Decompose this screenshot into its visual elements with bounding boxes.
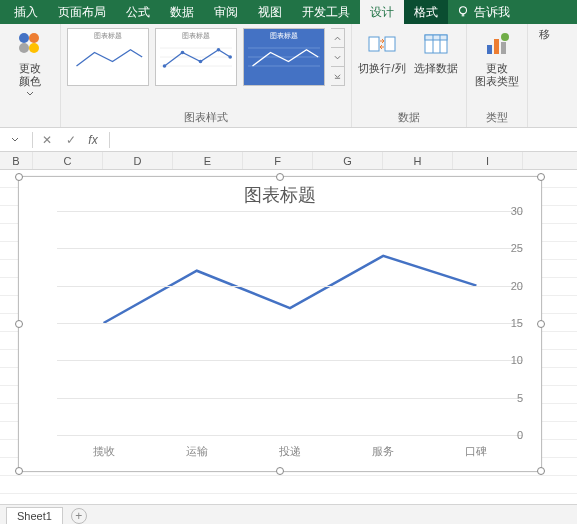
group-label: [28, 109, 31, 125]
gallery-prev[interactable]: [331, 29, 344, 48]
group-type: 更改 图表类型 类型: [467, 24, 528, 127]
tab-format[interactable]: 格式: [404, 0, 448, 24]
col-header[interactable]: C: [33, 152, 103, 169]
resize-handle[interactable]: [276, 467, 284, 475]
gridline: [57, 435, 523, 436]
change-colors-label: 更改 颜色: [19, 62, 41, 88]
gridline: [57, 398, 523, 399]
y-tick-label: 30: [511, 205, 523, 217]
tab-review[interactable]: 审阅: [204, 0, 248, 24]
palette-icon: [14, 28, 46, 60]
svg-point-0: [460, 7, 467, 14]
col-header[interactable]: D: [103, 152, 173, 169]
enter-icon[interactable]: ✓: [59, 130, 83, 150]
change-colors-button[interactable]: 更改 颜色: [6, 28, 54, 96]
lightbulb-icon: [456, 5, 470, 19]
gridline: [57, 211, 523, 212]
svg-point-3: [29, 33, 39, 43]
name-box[interactable]: [0, 130, 30, 150]
fx-button[interactable]: fx: [83, 130, 107, 150]
chart-style-2[interactable]: 图表标题: [155, 28, 237, 86]
col-header[interactable]: E: [173, 152, 243, 169]
y-tick-label: 25: [511, 242, 523, 254]
y-tick-label: 0: [517, 429, 523, 441]
formula-input[interactable]: [112, 130, 577, 150]
gallery-next[interactable]: [331, 48, 344, 67]
gridline: [57, 248, 523, 249]
svg-point-5: [29, 43, 39, 53]
svg-rect-21: [425, 35, 447, 40]
svg-rect-19: [385, 37, 395, 51]
tab-page-layout[interactable]: 页面布局: [48, 0, 116, 24]
gridline: [57, 323, 523, 324]
svg-rect-1: [462, 14, 465, 17]
change-chart-type-button[interactable]: 更改 图表类型: [473, 28, 521, 88]
group-data-label: 数据: [398, 109, 420, 125]
svg-point-2: [19, 33, 29, 43]
col-header[interactable]: H: [383, 152, 453, 169]
worksheet-grid[interactable]: B C D E F G H I 图表标题 051015202530揽收运输投递服…: [0, 152, 577, 504]
tab-data[interactable]: 数据: [160, 0, 204, 24]
chart-object[interactable]: 图表标题 051015202530揽收运输投递服务口碑: [18, 176, 542, 472]
formula-bar: ✕ ✓ fx: [0, 128, 577, 152]
svg-rect-26: [501, 42, 506, 54]
y-tick-label: 20: [511, 280, 523, 292]
tab-view[interactable]: 视图: [248, 0, 292, 24]
resize-handle[interactable]: [15, 320, 23, 328]
chart-style-1[interactable]: 图表标题: [67, 28, 149, 86]
x-tick-label: 服务: [372, 444, 394, 459]
change-type-label: 更改 图表类型: [475, 62, 519, 88]
x-tick-label: 运输: [186, 444, 208, 459]
col-header[interactable]: I: [453, 152, 523, 169]
group-colors: 更改 颜色: [0, 24, 61, 127]
switch-row-col-button[interactable]: 切换行/列: [358, 28, 406, 75]
column-headers: B C D E F G H I: [0, 152, 577, 170]
select-data-icon: [420, 28, 452, 60]
chart-type-icon: [481, 28, 513, 60]
group-styles: 图表标题 图表标题 图表标题: [61, 24, 352, 127]
move-chart-button[interactable]: 移: [534, 28, 554, 41]
col-header[interactable]: B: [0, 152, 33, 169]
ribbon: 更改 颜色 图表标题 图表标题 图表标题: [0, 24, 577, 128]
svg-point-27: [501, 33, 509, 41]
tab-insert[interactable]: 插入: [4, 0, 48, 24]
tab-design[interactable]: 设计: [360, 0, 404, 24]
chart-style-3[interactable]: 图表标题: [243, 28, 325, 86]
tell-me[interactable]: 告诉我: [474, 4, 510, 21]
resize-handle[interactable]: [15, 467, 23, 475]
switch-label: 切换行/列: [358, 62, 405, 75]
move-label: 移: [539, 28, 550, 41]
select-data-button[interactable]: 选择数据: [412, 28, 460, 75]
chevron-down-icon: [26, 91, 34, 96]
y-tick-label: 5: [517, 392, 523, 404]
gallery-more[interactable]: [331, 67, 344, 85]
y-tick-label: 15: [511, 317, 523, 329]
switch-icon: [366, 28, 398, 60]
select-data-label: 选择数据: [414, 62, 458, 75]
group-move: 移: [528, 24, 560, 127]
svg-rect-18: [369, 37, 379, 51]
y-tick-label: 10: [511, 354, 523, 366]
resize-handle[interactable]: [15, 173, 23, 181]
svg-point-13: [228, 55, 232, 59]
gridline: [57, 360, 523, 361]
tab-developer[interactable]: 开发工具: [292, 0, 360, 24]
col-header[interactable]: G: [313, 152, 383, 169]
x-tick-label: 口碑: [465, 444, 487, 459]
chart-title[interactable]: 图表标题: [19, 183, 541, 207]
x-tick-label: 揽收: [93, 444, 115, 459]
plot-area[interactable]: 051015202530揽收运输投递服务口碑: [57, 211, 523, 435]
svg-rect-24: [487, 45, 492, 54]
x-tick-label: 投递: [279, 444, 301, 459]
resize-handle[interactable]: [276, 173, 284, 181]
sheet-tab[interactable]: Sheet1: [6, 507, 63, 524]
svg-point-12: [217, 48, 221, 52]
group-type-label: 类型: [486, 109, 508, 125]
resize-handle[interactable]: [537, 173, 545, 181]
resize-handle[interactable]: [537, 320, 545, 328]
new-sheet-button[interactable]: +: [71, 508, 87, 524]
col-header[interactable]: F: [243, 152, 313, 169]
tab-formulas[interactable]: 公式: [116, 0, 160, 24]
resize-handle[interactable]: [537, 467, 545, 475]
cancel-icon[interactable]: ✕: [35, 130, 59, 150]
